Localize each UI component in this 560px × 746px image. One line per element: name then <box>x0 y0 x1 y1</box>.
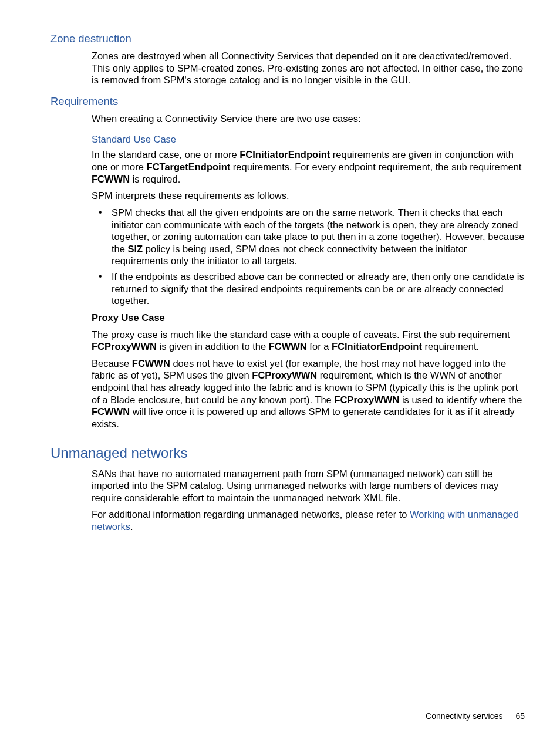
text: requirements. For every endpoint require… <box>230 161 521 172</box>
term-fcproxywwn: FCProxyWWN <box>252 370 317 380</box>
term-fcwwn: FCWWN <box>132 358 170 369</box>
heading-unmanaged-networks: Unmanaged networks <box>50 444 525 462</box>
paragraph: In the standard case, one or more FCInit… <box>92 148 525 185</box>
text: . <box>130 521 133 532</box>
term-fcwwn: FCWWN <box>269 341 307 352</box>
text: Because <box>92 358 132 369</box>
page-number: 65 <box>515 711 525 721</box>
text: requirement. <box>422 341 479 352</box>
list-item: SPM checks that all the given endpoints … <box>112 207 525 267</box>
paragraph: Because FCWWN does not have to exist yet… <box>92 357 525 430</box>
text: For additional information regarding unm… <box>92 509 410 519</box>
text: will live once it is powered up and allo… <box>92 406 515 429</box>
term-fcproxywwn: FCProxyWWN <box>92 341 157 352</box>
heading-zone-destruction: Zone destruction <box>50 32 525 45</box>
term-fcproxywwn: FCProxyWWN <box>334 394 399 405</box>
section-body: SANs that have no automated management p… <box>92 468 525 533</box>
text: is given in addition to the <box>157 341 269 352</box>
heading-requirements: Requirements <box>50 94 525 108</box>
section-body: Zones are destroyed when all Connectivit… <box>92 50 525 86</box>
paragraph: SANs that have no automated management p… <box>92 468 525 504</box>
paragraph: For additional information regarding unm… <box>92 508 525 532</box>
text: is used to identify where the <box>399 394 522 405</box>
text: The proxy case is much like the standard… <box>92 329 510 340</box>
bullet-list: SPM checks that all the given endpoints … <box>92 207 525 307</box>
paragraph: Zones are destroyed when all Connectivit… <box>92 50 525 86</box>
footer-section-title: Connectivity services <box>426 711 503 721</box>
paragraph: The proxy case is much like the standard… <box>92 329 525 353</box>
text: policy is being used, SPM does not check… <box>112 244 467 266</box>
heading-proxy-use-case: Proxy Use Case <box>92 312 525 324</box>
term-fcinitiatorendpoint: FCInitiatorEndpoint <box>332 341 422 352</box>
term-fctargetendpoint: FCTargetEndpoint <box>147 161 231 172</box>
document-page: Zone destruction Zones are destroyed whe… <box>0 0 560 746</box>
heading-standard-use-case: Standard Use Case <box>92 133 525 146</box>
paragraph: When creating a Connectivity Service the… <box>92 113 525 125</box>
text: is required. <box>130 174 180 184</box>
term-fcwwn: FCWWN <box>92 174 130 184</box>
page-footer: Connectivity services 65 <box>426 711 525 722</box>
term-siz: SIZ <box>128 244 143 254</box>
term-fcwwn: FCWWN <box>92 406 130 417</box>
text: for a <box>307 341 332 352</box>
section-body: When creating a Connectivity Service the… <box>92 113 525 430</box>
text: In the standard case, one or more <box>92 149 239 160</box>
list-item: If the endpoints as described above can … <box>112 271 525 307</box>
paragraph: SPM interprets these requirements as fol… <box>92 190 525 202</box>
term-fcinitiatorendpoint: FCInitiatorEndpoint <box>239 149 330 160</box>
